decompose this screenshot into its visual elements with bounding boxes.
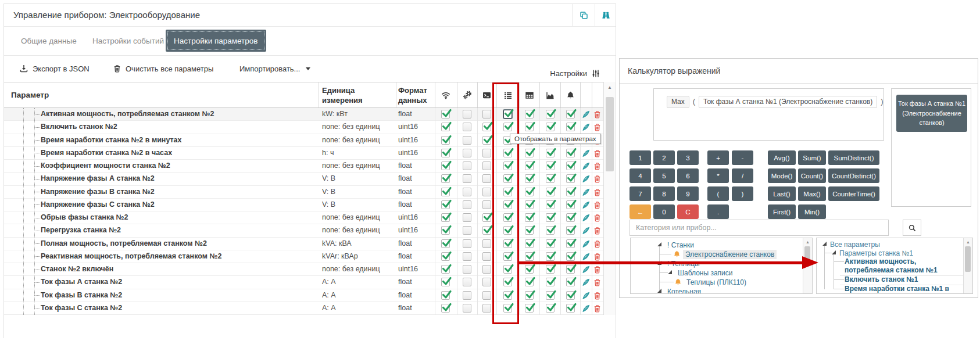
operator-key[interactable]: +: [707, 150, 729, 165]
checkbox-wifi[interactable]: [441, 136, 450, 145]
checkbox-gears[interactable]: [463, 239, 471, 248]
function-key[interactable]: CountDistinct(): [828, 168, 879, 183]
delete-icon[interactable]: [593, 291, 602, 300]
parameter-tree-item[interactable]: Включить станок №1: [845, 275, 964, 284]
checkbox-grid[interactable]: [525, 265, 534, 274]
checkbox-terminal[interactable]: [482, 136, 491, 145]
checkbox-terminal[interactable]: [482, 123, 491, 131]
checkbox-grid[interactable]: [525, 291, 534, 300]
clear-key[interactable]: C: [677, 204, 699, 219]
scrollbar-thumb[interactable]: [965, 246, 971, 272]
checkbox-grid[interactable]: [525, 239, 534, 248]
parameter-tree-scrollbar[interactable]: ▲: [963, 238, 972, 293]
operator-key[interactable]: .: [707, 204, 729, 219]
checkbox-wifi[interactable]: [441, 149, 450, 157]
expression-parameter-token[interactable]: Ток фазы А станка №1 (Электроснабжение с…: [699, 96, 877, 108]
device-tree-item[interactable]: Электроснабжение станков: [683, 250, 777, 259]
expression-function-token[interactable]: Max: [667, 96, 689, 108]
checkbox-bell[interactable]: [566, 252, 575, 261]
parameter-tree-item[interactable]: Параметры станка №1: [839, 249, 913, 258]
checkbox-terminal[interactable]: [482, 149, 491, 157]
expander-icon[interactable]: [832, 250, 836, 254]
checkbox-bell[interactable]: [566, 265, 575, 274]
checkbox-terminal[interactable]: [482, 200, 491, 209]
checkbox-grid[interactable]: [525, 213, 534, 222]
parameter-tree-item[interactable]: Все параметры: [830, 240, 880, 249]
edit-icon[interactable]: [581, 278, 591, 287]
parameter-card[interactable]: Ток фазы А станка №1 (Электроснабжение с…: [896, 95, 967, 132]
checkbox-bell[interactable]: [566, 123, 575, 131]
checkbox-gears[interactable]: [463, 174, 471, 183]
checkbox-area-chart[interactable]: [546, 291, 555, 300]
checkbox-area-chart[interactable]: [546, 161, 555, 170]
digit-key[interactable]: 6: [677, 168, 699, 183]
expander-icon[interactable]: [822, 242, 827, 246]
checkbox-terminal[interactable]: [482, 252, 491, 261]
scroll-up-icon[interactable]: ▲: [604, 85, 616, 90]
delete-icon[interactable]: [593, 213, 602, 222]
checkbox-grid[interactable]: [525, 252, 534, 261]
checkbox-gears[interactable]: [463, 291, 471, 300]
function-key[interactable]: Max(): [798, 186, 826, 201]
digit-key[interactable]: 0: [653, 204, 675, 219]
checkbox-bell[interactable]: [566, 174, 575, 183]
checkbox-wifi[interactable]: [441, 291, 450, 300]
tab-parameter-settings[interactable]: Настройки параметров: [166, 30, 266, 52]
function-key[interactable]: Mode(): [768, 168, 796, 183]
device-tree-item[interactable]: Теплицы (ПЛК110): [684, 278, 749, 287]
delete-icon[interactable]: [593, 110, 602, 119]
digit-key[interactable]: 3: [677, 150, 699, 165]
function-key[interactable]: SumDistinct(): [828, 150, 879, 165]
function-key[interactable]: Min(): [798, 204, 826, 219]
category-search-input[interactable]: [630, 220, 889, 236]
checkbox-bell[interactable]: [566, 200, 575, 209]
checkbox-bell[interactable]: [566, 161, 575, 170]
edit-icon[interactable]: [581, 123, 591, 132]
checkbox-gears[interactable]: [463, 123, 471, 131]
checkbox-terminal[interactable]: [482, 226, 491, 235]
checkbox-wifi[interactable]: [441, 252, 450, 261]
function-key[interactable]: Last(): [768, 186, 796, 201]
edit-icon[interactable]: [581, 265, 591, 274]
scroll-up-icon[interactable]: ▲: [803, 240, 812, 244]
device-tree-item[interactable]: ! Станки: [665, 241, 696, 250]
checkbox-terminal[interactable]: [482, 304, 491, 313]
checkbox-area-chart[interactable]: [546, 278, 555, 286]
edit-icon[interactable]: [581, 304, 591, 313]
checkbox-gears[interactable]: [463, 213, 471, 222]
checkbox-area-chart[interactable]: [546, 265, 555, 274]
digit-key[interactable]: 2: [653, 150, 675, 165]
operator-key[interactable]: ): [732, 186, 753, 201]
checkbox-bell[interactable]: [566, 304, 575, 313]
checkbox-terminal[interactable]: [482, 265, 491, 274]
checkbox-area-chart[interactable]: [546, 174, 555, 183]
delete-icon[interactable]: [593, 149, 602, 158]
checkbox-wifi[interactable]: [441, 239, 450, 248]
edit-icon[interactable]: [581, 149, 591, 158]
checkbox-wifi[interactable]: [441, 226, 450, 235]
checkbox-grid[interactable]: [525, 200, 534, 209]
tab-general-data[interactable]: Общие данные: [13, 30, 85, 52]
edit-icon[interactable]: [581, 239, 591, 249]
search-button[interactable]: [903, 220, 921, 236]
digit-key[interactable]: 4: [630, 168, 651, 183]
tab-event-settings[interactable]: Настройки событий: [84, 30, 172, 52]
checkbox-bell[interactable]: [566, 149, 575, 157]
checkbox-grid[interactable]: [525, 226, 534, 235]
checkbox-gears[interactable]: [463, 149, 471, 157]
checkbox-area-chart[interactable]: [546, 110, 555, 119]
checkbox-wifi[interactable]: [441, 213, 450, 222]
checkbox-wifi[interactable]: [441, 123, 450, 131]
delete-icon[interactable]: [593, 200, 602, 210]
checkbox-terminal[interactable]: [482, 188, 491, 196]
operator-key[interactable]: (: [707, 186, 729, 201]
digit-key[interactable]: 1: [630, 150, 651, 165]
digit-key[interactable]: 9: [677, 186, 699, 201]
operator-key[interactable]: -: [732, 150, 753, 165]
function-key[interactable]: Avg(): [768, 150, 796, 165]
checkbox-area-chart[interactable]: [546, 213, 555, 222]
checkbox-gears[interactable]: [463, 110, 471, 119]
checkbox-bell[interactable]: [566, 239, 575, 248]
checkbox-area-chart[interactable]: [546, 123, 555, 131]
find-button[interactable]: [595, 4, 616, 26]
